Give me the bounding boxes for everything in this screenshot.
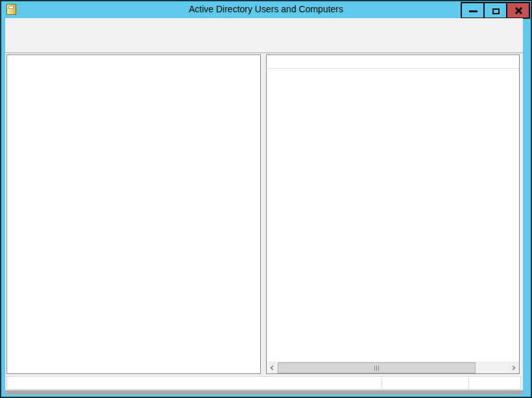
- minimize-icon: [469, 10, 478, 12]
- titlebar: Active Directory Users and Computers: [1, 1, 531, 18]
- list-header: [267, 55, 519, 69]
- close-button[interactable]: [506, 2, 530, 19]
- maximize-icon: [492, 8, 500, 14]
- aduc-window: Active Directory Users and Computers: [0, 0, 532, 398]
- status-bar: [6, 376, 521, 390]
- chevron-left-icon: [271, 366, 275, 370]
- thumb-grip-icon: [376, 366, 377, 371]
- chevron-right-icon: [511, 366, 515, 370]
- scroll-thumb[interactable]: [278, 362, 476, 373]
- maximize-button[interactable]: [483, 2, 507, 19]
- menu-bar: [5, 18, 523, 35]
- scroll-left-button[interactable]: [267, 362, 278, 373]
- status-separator: [468, 377, 469, 388]
- toolbar: [5, 35, 523, 53]
- panel-splitter[interactable]: [261, 54, 266, 374]
- window-title: Active Directory Users and Computers: [1, 4, 531, 14]
- horizontal-scrollbar[interactable]: [267, 362, 519, 373]
- console-tree-panel: [6, 54, 261, 374]
- window-controls: [462, 2, 530, 19]
- minimize-button[interactable]: [461, 2, 485, 19]
- window-edge-shadow: [5, 390, 523, 395]
- details-panel: [266, 54, 520, 374]
- status-separator: [381, 377, 382, 388]
- scroll-right-button[interactable]: [508, 362, 519, 373]
